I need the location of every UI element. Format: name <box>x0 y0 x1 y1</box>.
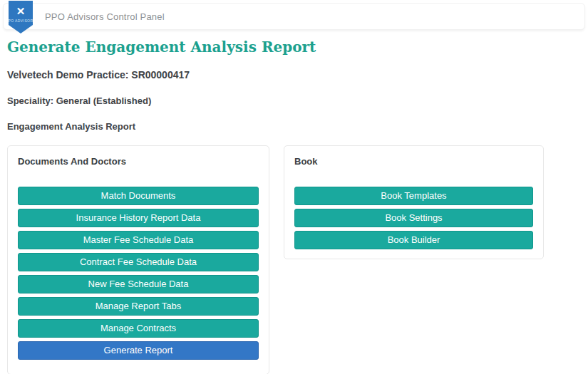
generate-report-button[interactable]: Generate Report <box>18 341 259 360</box>
panel-title-documents-and-doctors: Documents And Doctors <box>18 156 259 167</box>
documents-button-stack: Match Documents Insurance History Report… <box>18 187 259 360</box>
manage-contracts-button[interactable]: Manage Contracts <box>18 319 259 338</box>
master-fee-schedule-data-button[interactable]: Master Fee Schedule Data <box>18 231 259 249</box>
new-fee-schedule-data-button[interactable]: New Fee Schedule Data <box>18 275 259 294</box>
book-settings-button[interactable]: Book Settings <box>294 209 533 227</box>
x-mark-icon: ✕ <box>16 6 26 16</box>
app-title: PPO Advisors Control Panel <box>45 11 165 22</box>
panel-title-book: Book <box>294 156 533 167</box>
page-title: Generate Engagement Analysis Report <box>7 38 581 56</box>
book-button-stack: Book Templates Book Settings Book Builde… <box>294 187 533 249</box>
insurance-history-report-data-button[interactable]: Insurance History Report Data <box>18 209 259 227</box>
practice-line: Velvetech Demo Practice: SR00000417 <box>7 69 581 80</box>
book-builder-button[interactable]: Book Builder <box>294 231 533 249</box>
book-panel: Book Book Templates Book Settings Book B… <box>284 145 544 259</box>
contract-fee-schedule-data-button[interactable]: Contract Fee Schedule Data <box>18 253 259 271</box>
app-root: PPO Advisors Control Panel ✕ PPO ADVISOR… <box>0 0 588 374</box>
manage-report-tabs-button[interactable]: Manage Report Tabs <box>18 297 259 316</box>
page-content: Generate Engagement Analysis Report Velv… <box>7 30 581 374</box>
logo-caption: PPO ADVISORS <box>6 19 36 23</box>
speciality-line: Speciality: General (Established) <box>7 95 581 106</box>
documents-and-doctors-panel: Documents And Doctors Match Documents In… <box>7 145 269 374</box>
top-navbar: PPO Advisors Control Panel <box>3 3 585 30</box>
panels-row: Documents And Doctors Match Documents In… <box>7 145 581 374</box>
report-type-line: Engagement Analysis Report <box>7 121 581 132</box>
book-templates-button[interactable]: Book Templates <box>294 187 533 205</box>
match-documents-button[interactable]: Match Documents <box>18 187 259 205</box>
